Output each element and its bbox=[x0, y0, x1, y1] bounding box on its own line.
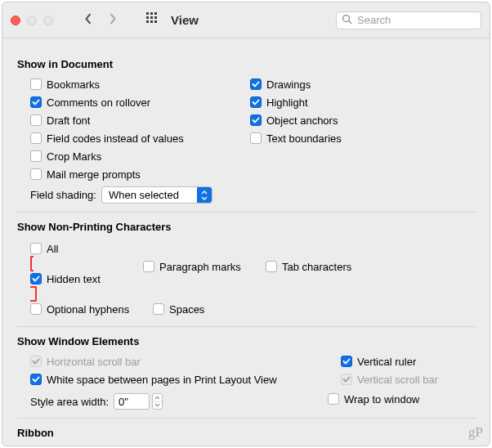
search-box[interactable] bbox=[336, 11, 481, 29]
checkbox-box[interactable] bbox=[30, 168, 42, 180]
watermark: gP bbox=[468, 424, 483, 441]
checkbox-box[interactable] bbox=[30, 78, 42, 90]
search-input[interactable] bbox=[356, 13, 476, 27]
checkbox-label: Hidden text bbox=[47, 273, 101, 285]
style-area-width-label: Style area width: bbox=[30, 396, 109, 408]
checkbox-wrap-to-window[interactable]: Wrap to window bbox=[328, 390, 476, 408]
checkbox-draft-font[interactable]: Draft font bbox=[30, 111, 250, 129]
field-shading-label: Field shading: bbox=[30, 189, 96, 201]
show-all-icon[interactable] bbox=[146, 12, 159, 28]
checkbox-label: All bbox=[47, 243, 58, 255]
checkbox-white-space-between-pages[interactable]: White space between pages in Print Layou… bbox=[30, 370, 341, 388]
checkbox-box[interactable] bbox=[328, 393, 339, 405]
checkbox-label: Vertical scroll bar bbox=[357, 374, 438, 386]
checkbox-label: Crop Marks bbox=[47, 150, 101, 163]
checkbox-label: Mail merge prompts bbox=[47, 168, 141, 181]
checkbox-spaces[interactable]: Spaces bbox=[153, 300, 261, 318]
checkbox-box[interactable] bbox=[266, 261, 277, 272]
content: Show in Document BookmarksComments on ro… bbox=[2, 38, 490, 448]
checkbox-box[interactable] bbox=[30, 132, 42, 144]
traffic-lights bbox=[11, 16, 53, 25]
divider bbox=[17, 212, 476, 213]
stepper-buttons[interactable] bbox=[152, 393, 163, 410]
checkbox-label: Vertical ruler bbox=[357, 356, 416, 368]
checkbox-label: Paragraph marks bbox=[159, 261, 241, 273]
checkbox-box bbox=[30, 356, 42, 367]
checkbox-vertical-scroll-bar: Vertical scroll bar bbox=[341, 370, 476, 388]
divider bbox=[17, 326, 476, 327]
svg-rect-1 bbox=[150, 12, 153, 15]
close-window-button[interactable] bbox=[11, 16, 20, 25]
forward-button[interactable] bbox=[108, 13, 117, 27]
checkbox-box[interactable] bbox=[153, 303, 164, 315]
window-title: View bbox=[171, 13, 199, 27]
back-button[interactable] bbox=[84, 13, 93, 27]
checkbox-label: Draft font bbox=[47, 114, 90, 127]
checkbox-label: Bookmarks bbox=[47, 78, 100, 91]
nav-arrows bbox=[84, 13, 117, 27]
dropdown-arrows-icon bbox=[197, 187, 212, 203]
checkbox-box[interactable] bbox=[30, 243, 42, 254]
checkbox-drawings[interactable]: Drawings bbox=[250, 75, 476, 93]
toolbar: View bbox=[2, 2, 490, 38]
checkbox-label: Drawings bbox=[266, 78, 311, 91]
checkbox-box[interactable] bbox=[341, 356, 352, 367]
checkbox-box[interactable] bbox=[30, 374, 42, 385]
checkbox-box[interactable] bbox=[30, 150, 42, 162]
stepper-up-icon[interactable] bbox=[153, 394, 162, 402]
checkbox-box[interactable] bbox=[30, 96, 42, 108]
checkbox-label: Horizontal scroll bar bbox=[47, 356, 141, 368]
style-area-width-value[interactable]: 0" bbox=[114, 393, 150, 410]
field-shading-select[interactable]: When selected bbox=[101, 186, 212, 204]
checkbox-box[interactable] bbox=[250, 132, 262, 144]
svg-rect-0 bbox=[146, 12, 149, 15]
checkbox-tab-characters[interactable]: Tab characters bbox=[266, 258, 373, 276]
section-title-non-printing: Show Non-Printing Characters bbox=[17, 221, 476, 233]
checkbox-box bbox=[341, 374, 352, 385]
checkbox-object-anchors[interactable]: Object anchors bbox=[250, 111, 476, 129]
checkbox-label: Field codes instead of values bbox=[47, 132, 184, 145]
checkbox-box[interactable] bbox=[250, 114, 262, 126]
checkbox-label: Text boundaries bbox=[266, 132, 342, 145]
checkbox-paragraph-marks[interactable]: Paragraph marks bbox=[143, 258, 251, 276]
checkbox-box[interactable] bbox=[250, 96, 262, 108]
svg-rect-6 bbox=[146, 20, 149, 23]
zoom-window-button[interactable] bbox=[43, 16, 53, 25]
svg-rect-4 bbox=[150, 16, 153, 19]
checkbox-hidden-text[interactable]: Hidden text bbox=[30, 270, 128, 288]
checkbox-comments-on-rollover[interactable]: Comments on rollover bbox=[30, 93, 250, 111]
checkbox-label: Spaces bbox=[169, 303, 204, 316]
checkbox-field-codes-instead-of-values[interactable]: Field codes instead of values bbox=[30, 129, 250, 147]
section-title-ribbon: Ribbon bbox=[17, 427, 476, 439]
checkbox-mail-merge-prompts[interactable]: Mail merge prompts bbox=[30, 165, 250, 183]
checkbox-vertical-ruler[interactable]: Vertical ruler bbox=[341, 352, 476, 370]
checkbox-label: Optional hyphens bbox=[47, 303, 129, 316]
checkbox-all[interactable]: All bbox=[30, 240, 462, 258]
section-title-show-in-document: Show in Document bbox=[17, 58, 476, 70]
checkbox-box[interactable] bbox=[30, 303, 42, 315]
checkbox-highlight[interactable]: Highlight bbox=[250, 93, 476, 111]
checkbox-label: Tab characters bbox=[282, 261, 351, 273]
checkbox-box[interactable] bbox=[250, 78, 262, 90]
checkbox-bookmarks[interactable]: Bookmarks bbox=[30, 75, 250, 93]
minimize-window-button[interactable] bbox=[27, 16, 37, 25]
style-area-width-stepper[interactable]: 0" bbox=[114, 393, 163, 410]
preferences-window: View Show in Document BookmarksComments … bbox=[2, 2, 490, 446]
checkbox-box[interactable] bbox=[143, 261, 154, 272]
checkbox-label: White space between pages in Print Layou… bbox=[47, 374, 277, 386]
checkbox-box[interactable] bbox=[30, 273, 42, 284]
checkbox-box[interactable] bbox=[30, 114, 42, 126]
checkbox-optional-hyphens[interactable]: Optional hyphens bbox=[30, 300, 138, 318]
svg-line-10 bbox=[349, 20, 352, 24]
search-icon bbox=[342, 14, 352, 27]
checkbox-crop-marks[interactable]: Crop Marks bbox=[30, 147, 250, 165]
checkbox-label: Highlight bbox=[266, 96, 308, 109]
checkbox-text-boundaries[interactable]: Text boundaries bbox=[250, 129, 476, 147]
stepper-down-icon[interactable] bbox=[153, 402, 162, 410]
svg-rect-8 bbox=[154, 20, 157, 23]
divider bbox=[17, 418, 476, 419]
checkbox-label: Comments on rollover bbox=[47, 96, 150, 109]
svg-rect-3 bbox=[146, 16, 149, 19]
section-title-window-elements: Show Window Elements bbox=[17, 335, 476, 347]
checkbox-label: Wrap to window bbox=[344, 393, 419, 405]
